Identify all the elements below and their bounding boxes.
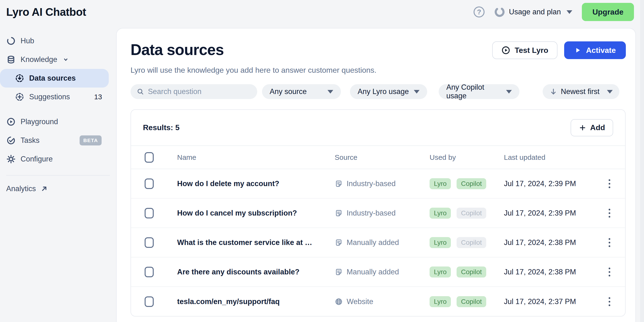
caret-down-icon	[607, 90, 613, 94]
import-circle-icon	[15, 74, 24, 83]
copilot-badge: Copilot	[456, 237, 486, 248]
sidebar-item-playground[interactable]: Playground	[0, 112, 109, 131]
table-row[interactable]: How do I cancel my subscription? Industr…	[131, 199, 625, 228]
table-row[interactable]: tesla.com/en_my/support/faq Website Lyro…	[131, 287, 625, 316]
caret-down-icon	[328, 90, 333, 94]
upgrade-button[interactable]: Upgrade	[582, 3, 634, 21]
sidebar-item-label: Tasks	[20, 136, 40, 145]
row-checkbox[interactable]	[145, 237, 154, 248]
search-field[interactable]	[130, 84, 257, 99]
row-source-label: Manually added	[346, 238, 399, 247]
row-name: How do I delete my account?	[177, 179, 279, 188]
row-source-label: Manually added	[346, 268, 399, 276]
document-icon	[335, 238, 343, 247]
search-input[interactable]	[148, 87, 251, 96]
copilot-badge: Copilot	[456, 178, 486, 189]
sidebar-item-label: Hub	[20, 37, 34, 45]
sidebar-item-tasks[interactable]: Tasks BETA	[0, 131, 109, 150]
play-circle-icon	[6, 117, 16, 127]
add-button[interactable]: Add	[570, 119, 613, 136]
scrollbar[interactable]	[640, 0, 644, 322]
database-icon	[6, 55, 16, 64]
sidebar-item-label: Data sources	[29, 74, 76, 83]
lyro-badge: Lyro	[430, 178, 451, 189]
caret-down-icon	[506, 90, 512, 94]
table-row[interactable]: What is the customer service like at … M…	[131, 228, 625, 257]
activate-button[interactable]: Activate	[564, 41, 626, 59]
results-count: Results: 5	[143, 123, 180, 132]
row-checkbox[interactable]	[145, 296, 154, 307]
globe-icon	[335, 297, 343, 306]
source-filter-dropdown[interactable]: Any source	[262, 84, 341, 99]
row-last-updated: Jul 17, 2024, 2:39 PM	[504, 209, 576, 217]
column-header-used-by: Used by	[430, 153, 456, 161]
row-menu-button[interactable]	[607, 178, 612, 189]
copilot-badge: Copilot	[456, 296, 486, 307]
sidebar-divider	[6, 175, 110, 176]
data-sources-table: Results: 5 Add Name Source Used by Last …	[130, 109, 626, 316]
help-icon[interactable]: ?	[474, 7, 484, 18]
row-name: Are there any discounts available?	[177, 268, 300, 276]
sidebar-item-label: Playground	[20, 117, 58, 126]
source-filter-value: Any source	[270, 87, 307, 96]
row-checkbox[interactable]	[145, 267, 154, 277]
caret-down-icon	[414, 90, 420, 94]
column-header-name: Name	[177, 153, 196, 161]
row-menu-button[interactable]	[607, 207, 612, 219]
row-last-updated: Jul 17, 2024, 2:38 PM	[504, 238, 576, 247]
row-last-updated: Jul 17, 2024, 2:38 PM	[504, 268, 576, 276]
table-row[interactable]: Are there any discounts available? Manua…	[131, 257, 625, 287]
gear-icon	[6, 154, 16, 164]
lyro-usage-filter-dropdown[interactable]: Any Lyro usage	[350, 84, 427, 99]
external-link-icon	[40, 185, 48, 193]
document-icon	[335, 209, 343, 217]
arrow-down-icon	[549, 88, 558, 96]
sidebar-item-hub[interactable]: Hub	[0, 32, 109, 50]
page-title: Data sources	[130, 41, 492, 59]
search-icon	[137, 88, 144, 96]
topbar: Lyro AI Chatbot ? Usage and plan Upgrade	[0, 0, 640, 24]
suggestions-count: 13	[94, 93, 102, 101]
row-menu-button[interactable]	[607, 237, 612, 248]
usage-and-plan-label: Usage and plan	[509, 8, 561, 16]
row-source-label: Industry-based	[346, 209, 396, 217]
sidebar-item-configure[interactable]: Configure	[0, 150, 109, 168]
select-all-checkbox[interactable]	[145, 152, 154, 163]
row-checkbox[interactable]	[145, 178, 154, 189]
chevron-down-icon	[62, 56, 70, 63]
sidebar-item-label: Suggestions	[29, 93, 70, 101]
activate-label: Activate	[586, 46, 616, 55]
sidebar-item-label: Configure	[20, 155, 52, 163]
hub-icon	[6, 36, 16, 46]
table-row[interactable]: How do I delete my account? Industry-bas…	[131, 169, 625, 199]
add-circle-icon	[15, 92, 24, 102]
main-panel: Data sources Lyro will use the knowledge…	[116, 28, 636, 322]
sidebar-item-suggestions[interactable]: Suggestions 13	[0, 88, 109, 106]
sidebar-item-data-sources[interactable]: Data sources	[0, 69, 109, 88]
sort-value: Newest first	[561, 87, 600, 96]
app-title: Lyro AI Chatbot	[6, 6, 86, 19]
usage-and-plan-dropdown[interactable]: Usage and plan	[494, 7, 572, 18]
row-menu-button[interactable]	[607, 296, 612, 307]
play-icon	[574, 47, 581, 54]
usage-ring-icon	[494, 7, 505, 18]
sidebar-item-analytics[interactable]: Analytics	[0, 181, 116, 197]
test-lyro-button[interactable]: Test Lyro	[492, 41, 557, 59]
document-icon	[335, 180, 343, 188]
sort-dropdown[interactable]: Newest first	[543, 84, 620, 99]
row-menu-button[interactable]	[607, 266, 612, 278]
sidebar-item-label: Analytics	[6, 184, 36, 193]
add-label: Add	[590, 123, 605, 132]
chevron-down-icon	[566, 10, 572, 14]
column-header-last-updated: Last updated	[504, 153, 545, 161]
copilot-usage-filter-dropdown[interactable]: Any Copilot usage	[439, 84, 520, 99]
sidebar-item-knowledge[interactable]: Knowledge	[0, 50, 109, 69]
copilot-usage-filter-value: Any Copilot usage	[446, 83, 504, 100]
beta-badge: BETA	[80, 135, 102, 145]
sidebar-item-label: Knowledge	[20, 55, 57, 64]
row-checkbox[interactable]	[145, 208, 154, 218]
sidebar: Hub Knowledge Data sources	[0, 24, 116, 322]
row-name: What is the customer service like at …	[177, 238, 312, 247]
plus-icon	[579, 124, 586, 132]
row-source-label: Industry-based	[346, 179, 396, 188]
